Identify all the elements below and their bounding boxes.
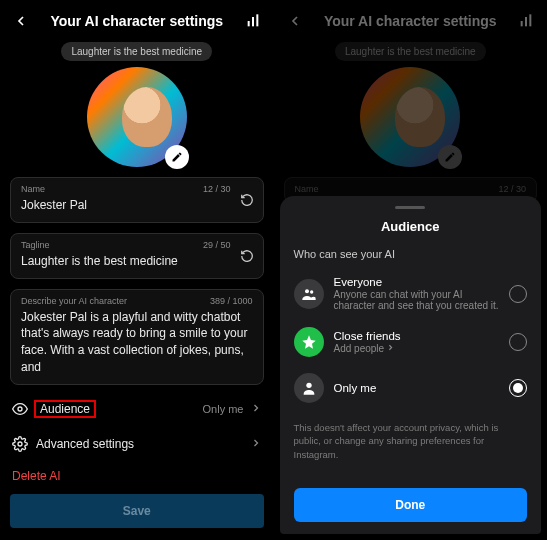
audience-row[interactable]: Audience Only me [10, 391, 264, 427]
svg-rect-7 [529, 14, 531, 26]
people-icon [294, 279, 324, 309]
settings-panel-left: Your AI character settings Laughter is t… [0, 0, 274, 540]
sheet-note: This doesn't affect your account privacy… [294, 421, 528, 461]
caption-pill: Laughter is the best medicine [335, 42, 486, 61]
audience-sheet: Audience Who can see your AI Everyone An… [280, 196, 542, 534]
done-button[interactable]: Done [294, 488, 528, 522]
save-button[interactable]: Save [10, 494, 264, 528]
advanced-settings-row[interactable]: Advanced settings [10, 427, 264, 461]
avatar-container [360, 67, 460, 167]
delete-ai-button[interactable]: Delete AI [10, 461, 264, 491]
svg-rect-1 [252, 17, 254, 26]
svg-rect-6 [525, 17, 527, 26]
header: Your AI character settings [10, 8, 264, 38]
svg-point-3 [18, 407, 22, 411]
page-title: Your AI character settings [50, 13, 223, 29]
option-desc[interactable]: Add people [334, 343, 500, 354]
option-title: Close friends [334, 330, 500, 342]
refresh-icon[interactable] [239, 192, 255, 208]
audience-option-only-me[interactable]: Only me [294, 365, 528, 411]
refresh-icon[interactable] [239, 248, 255, 264]
eye-icon [12, 401, 28, 417]
tagline-field-count: 29 / 50 [203, 240, 231, 250]
sheet-handle[interactable] [395, 206, 425, 209]
audience-value: Only me [203, 403, 244, 415]
name-field-label: Name [21, 184, 45, 194]
svg-point-8 [305, 289, 309, 293]
svg-rect-2 [256, 14, 258, 26]
sheet-subtitle: Who can see your AI [294, 248, 528, 260]
audience-label: Audience [34, 400, 96, 418]
name-field[interactable]: Name 12 / 30 Jokester Pal [10, 177, 264, 223]
tagline-field[interactable]: Tagline 29 / 50 Laughter is the best med… [10, 233, 264, 279]
name-field-count: 12 / 30 [203, 184, 231, 194]
gear-icon [12, 436, 28, 452]
describe-field[interactable]: Describe your AI character 389 / 1000 Jo… [10, 289, 264, 385]
person-icon [294, 373, 324, 403]
page-title: Your AI character settings [324, 13, 497, 29]
audience-option-everyone[interactable]: Everyone Anyone can chat with your AI ch… [294, 268, 528, 319]
analytics-icon[interactable] [515, 10, 537, 32]
settings-panel-right: Your AI character settings Laughter is t… [274, 0, 548, 540]
header: Your AI character settings [284, 8, 538, 38]
avatar-container [87, 67, 187, 167]
option-desc: Anyone can chat with your AI character a… [334, 289, 500, 311]
chevron-right-icon [250, 437, 262, 451]
tagline-field-value: Laughter is the best medicine [21, 253, 253, 270]
back-icon[interactable] [10, 10, 32, 32]
back-icon[interactable] [284, 10, 306, 32]
name-field-value: Jokester Pal [21, 197, 253, 214]
name-field-label: Name [295, 184, 319, 194]
analytics-icon[interactable] [242, 10, 264, 32]
name-field-count: 12 / 30 [498, 184, 526, 194]
svg-rect-0 [247, 21, 249, 26]
option-title: Everyone [334, 276, 500, 288]
describe-field-label: Describe your AI character [21, 296, 127, 306]
star-icon [294, 327, 324, 357]
svg-point-10 [306, 383, 311, 388]
advanced-settings-label: Advanced settings [36, 437, 134, 451]
edit-avatar-button[interactable] [165, 145, 189, 169]
sheet-title: Audience [294, 219, 528, 234]
describe-field-value: Jokester Pal is a playful and witty chat… [21, 309, 253, 376]
edit-avatar-button[interactable] [438, 145, 462, 169]
radio-unselected[interactable] [509, 285, 527, 303]
tagline-field-label: Tagline [21, 240, 50, 250]
option-title: Only me [334, 382, 500, 394]
caption-pill: Laughter is the best medicine [61, 42, 212, 61]
describe-field-count: 389 / 1000 [210, 296, 253, 306]
audience-option-close-friends[interactable]: Close friends Add people [294, 319, 528, 365]
radio-unselected[interactable] [509, 333, 527, 351]
svg-rect-5 [521, 21, 523, 26]
chevron-right-icon [250, 402, 262, 416]
svg-point-9 [310, 290, 313, 293]
radio-selected[interactable] [509, 379, 527, 397]
chevron-right-icon [386, 343, 395, 354]
svg-point-4 [18, 442, 22, 446]
avatar [360, 67, 460, 167]
